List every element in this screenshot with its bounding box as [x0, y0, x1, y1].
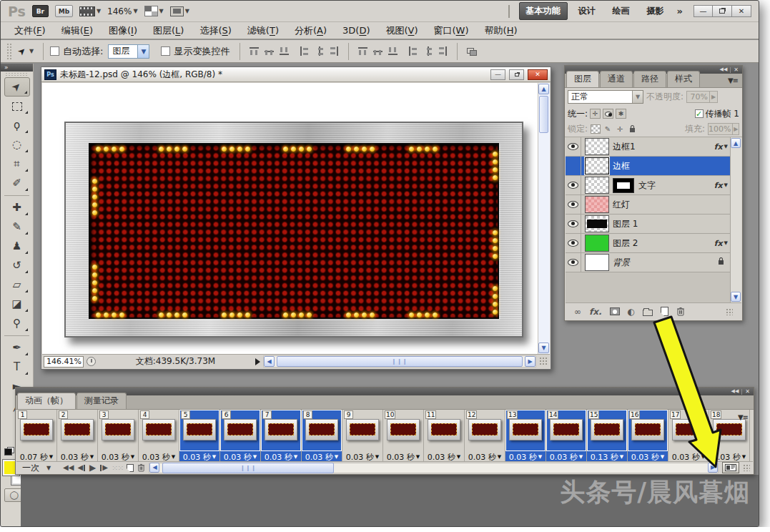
animation-frame[interactable]: 10.07 秒▼: [16, 410, 57, 463]
menu-item[interactable]: 分析(A): [287, 23, 335, 39]
distribute-vertical-centers-icon[interactable]: [372, 46, 383, 56]
bridge-button[interactable]: Br: [32, 5, 49, 17]
show-transform-checkbox[interactable]: [161, 46, 170, 56]
animation-frame[interactable]: 100.03 秒▼: [383, 410, 424, 463]
clone-stamp-tool[interactable]: ♟: [4, 237, 30, 256]
horizontal-scrollbar[interactable]: ◀ ❙❙❙ ▶: [263, 355, 536, 368]
move-tool[interactable]: ➤: [4, 77, 30, 97]
layer-thumbnail[interactable]: [585, 196, 609, 213]
distribute-right-edges-icon[interactable]: [438, 46, 448, 56]
layer-thumbnail[interactable]: [585, 138, 609, 155]
layer-row[interactable]: 边框1fx▼: [566, 137, 730, 157]
resize-grip[interactable]: [539, 357, 548, 366]
panel-resize-grip[interactable]: [726, 308, 733, 315]
document-title-bar[interactable]: Ps 未标题-12.psd @ 146% (边框, RGB/8) * — ✕: [41, 67, 551, 82]
scroll-down-icon[interactable]: ▼: [538, 343, 549, 353]
options-bar-grip[interactable]: [6, 43, 12, 60]
align-horizontal-centers-icon[interactable]: [315, 46, 324, 56]
doc-restore-button[interactable]: [509, 69, 524, 80]
animation-frame[interactable]: 130.03 秒▼: [505, 410, 546, 463]
quick-select-tool[interactable]: ◌: [4, 135, 30, 154]
screen-mode-button[interactable]: ▼: [170, 6, 189, 16]
healing-brush-tool[interactable]: ✚: [4, 198, 30, 217]
workspace-button[interactable]: 基本功能: [519, 2, 568, 20]
duplicate-frame-icon[interactable]: [127, 464, 134, 472]
animation-frame[interactable]: 170.03 秒▼: [668, 410, 709, 463]
layer-row[interactable]: 红灯: [566, 195, 730, 215]
history-brush-tool[interactable]: ↺: [4, 256, 30, 275]
menu-item[interactable]: 文件(F): [6, 23, 54, 39]
animation-frame[interactable]: 120.03 秒▼: [465, 410, 505, 463]
collapse-panel-icon[interactable]: ◀◀: [720, 67, 728, 72]
auto-align-layers-icon[interactable]: [466, 46, 477, 56]
minimize-button[interactable]: —: [694, 5, 713, 17]
new-layer-icon[interactable]: [661, 307, 668, 316]
frames-scrollbar[interactable]: ◀ ❙❙❙ ▶: [149, 463, 719, 473]
layers-panel-tab[interactable]: 图层: [566, 71, 599, 87]
zoom-level-dropdown[interactable]: 146%▼: [107, 6, 137, 16]
convert-to-timeline-button[interactable]: [722, 462, 739, 473]
layer-row[interactable]: 图层 1: [566, 215, 730, 234]
layer-thumbnail[interactable]: [585, 235, 609, 252]
animation-panel-tab[interactable]: 测量记录: [76, 393, 127, 409]
panel-resize-grip[interactable]: [743, 464, 750, 471]
auto-select-checkbox[interactable]: [50, 46, 59, 56]
scroll-left-icon[interactable]: ◀: [149, 463, 159, 473]
workspace-button[interactable]: 绘画: [606, 3, 636, 19]
type-tool[interactable]: T: [4, 358, 30, 377]
tween-icon[interactable]: ⁙⁙: [112, 463, 123, 473]
layer-thumbnail[interactable]: [585, 215, 609, 232]
layer-mask-thumbnail[interactable]: [613, 178, 634, 193]
layer-fx-icon[interactable]: fx▼: [714, 239, 730, 248]
menu-item[interactable]: 3D(D): [335, 24, 377, 37]
current-tool-icon[interactable]: ➤▼: [15, 46, 36, 56]
tools-grip[interactable]: [5, 72, 29, 77]
menu-item[interactable]: 选择(S): [192, 23, 239, 39]
menu-item[interactable]: 编辑(E): [54, 23, 101, 39]
close-button[interactable]: ✕: [732, 5, 751, 17]
layer-thumbnail[interactable]: [585, 177, 609, 194]
visibility-toggle[interactable]: [566, 157, 581, 175]
link-layers-icon[interactable]: ∞: [574, 307, 581, 317]
vertical-scroll-thumb[interactable]: [539, 96, 548, 133]
visibility-toggle[interactable]: [566, 137, 581, 156]
animation-frame[interactable]: 110.03 秒▼: [424, 410, 465, 463]
close-panel-icon[interactable]: ✕: [741, 389, 750, 395]
paint-bucket-tool[interactable]: ◪: [4, 295, 30, 314]
menu-item[interactable]: 滤镜(T): [240, 23, 287, 39]
workspace-button[interactable]: 设计: [572, 3, 602, 19]
unify-position-icon[interactable]: ✛: [590, 109, 601, 119]
view-extras-button[interactable]: ▼: [79, 6, 101, 16]
lock-position-icon[interactable]: ✛: [615, 124, 625, 134]
animation-frame[interactable]: 150.13 秒▼: [587, 410, 628, 463]
menu-item[interactable]: 视图(V): [377, 23, 425, 39]
collapse-panel-icon[interactable]: ◀◀: [731, 389, 739, 394]
layer-row[interactable]: 背景: [566, 253, 730, 272]
propagate-frame-checkbox[interactable]: ✓: [695, 109, 704, 118]
menu-item[interactable]: 帮助(H): [477, 23, 525, 39]
unify-visibility-icon[interactable]: [603, 109, 613, 119]
next-frame-button[interactable]: ▶: [99, 464, 108, 471]
align-left-edges-icon[interactable]: [300, 46, 309, 56]
animation-frame[interactable]: 50.03 秒▼: [179, 410, 220, 463]
layers-panel-tab[interactable]: 样式: [667, 71, 700, 87]
rect-marquee-tool[interactable]: [4, 97, 30, 116]
menu-item[interactable]: 图层(L): [145, 23, 192, 39]
layer-fx-icon[interactable]: fx▼: [714, 181, 730, 190]
layers-panel-tab[interactable]: 路径: [633, 71, 666, 87]
scroll-up-icon[interactable]: ▲: [538, 84, 549, 94]
animation-frame[interactable]: 90.03 秒▼: [342, 410, 383, 463]
workspace-button[interactable]: 摄影: [641, 3, 671, 19]
panel-menu-icon[interactable]: ▼≡: [728, 77, 738, 84]
layer-fx-icon[interactable]: fx▼: [714, 142, 730, 152]
status-flyout-icon[interactable]: [255, 358, 260, 365]
layer-style-icon[interactable]: fx.: [589, 307, 602, 317]
auto-select-target-dropdown[interactable]: 图层 ▼: [108, 44, 149, 59]
eraser-tool[interactable]: ▱: [4, 275, 30, 295]
align-bottom-edges-icon[interactable]: [279, 46, 290, 56]
animation-frame[interactable]: 80.03 秒▼: [302, 410, 342, 463]
opacity-field[interactable]: 70% ▶: [686, 91, 718, 103]
layer-thumbnail[interactable]: [585, 254, 609, 271]
distribute-horizontal-centers-icon[interactable]: [423, 46, 433, 56]
eyedropper-tool[interactable]: ✐: [4, 174, 30, 193]
